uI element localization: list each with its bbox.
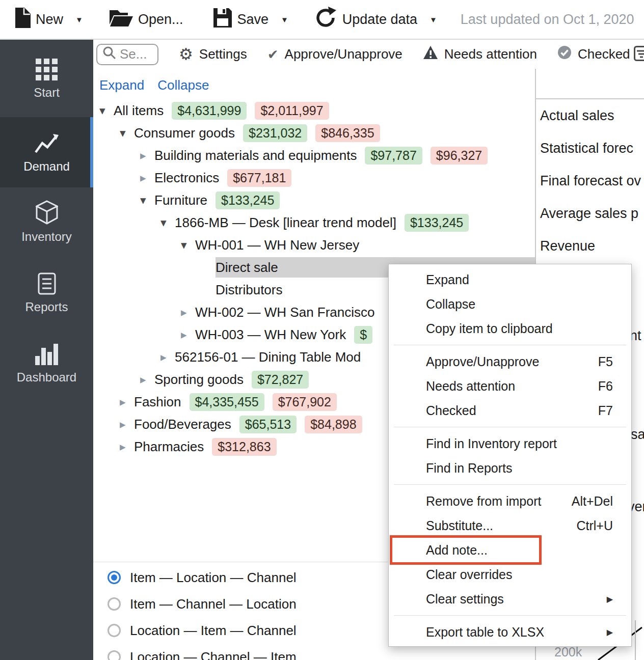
value-badge-pink: $312,863 (212, 438, 276, 456)
radio-unselected-icon[interactable] (108, 597, 121, 611)
table-row-statistical-forecast[interactable]: Statistical forec (536, 132, 644, 164)
update-data-button[interactable]: Update data ▼ (315, 7, 437, 33)
menu-item-clear-overrides[interactable]: Clear overrides (389, 562, 631, 587)
chevron-right-icon[interactable] (120, 419, 134, 430)
tree-row-consumer-goods[interactable]: Consumer goods $231,032 $846,335 (93, 122, 535, 144)
radio-selected-icon[interactable] (108, 571, 121, 584)
tree-row-label: Fashion (134, 394, 181, 410)
value-badge-green: $133,245 (216, 191, 280, 209)
chevron-down-icon[interactable] (160, 217, 175, 229)
radio-label: Item — Channel — Location (130, 596, 297, 612)
submenu-arrow-icon: ▶ (607, 594, 613, 604)
table-row-final-forecast[interactable]: Final forecast ov (536, 164, 644, 197)
tree-row-label: Distributors (216, 282, 282, 298)
table-row-average-sales[interactable]: Average sales p (536, 197, 644, 230)
collapse-all-link[interactable]: Collapse (157, 77, 209, 93)
value-badge-green: $65,513 (239, 416, 297, 433)
table-row-actual-sales[interactable]: Actual sales (536, 99, 644, 132)
value-badge-pink: $96,327 (431, 147, 488, 164)
filter-icon[interactable] (634, 46, 644, 65)
row-label: Statistical forec (540, 141, 633, 156)
value-badge-pink: $767,902 (273, 393, 337, 411)
expand-all-link[interactable]: Expand (99, 77, 144, 93)
chevron-right-icon[interactable] (140, 150, 154, 161)
chevron-down-icon[interactable] (140, 195, 154, 206)
table-row-revenue[interactable]: Revenue (536, 230, 644, 262)
menu-item-label: Approve/Unapprove (426, 354, 539, 369)
radio-label: Location — Item — Channel (130, 623, 297, 639)
sidebar-item-inventory[interactable]: Inventory (0, 187, 93, 258)
tree-row-all-items[interactable]: All items $4,631,999 $2,011,997 (93, 99, 535, 122)
secondary-toolbar: ⚙ Settings ✔ Approve/Unapprove Needs att… (93, 40, 644, 69)
tree-row-desk-item[interactable]: 1866-MB — Desk [linear trend model] $133… (93, 211, 535, 234)
menu-shortcut: F5 (598, 354, 613, 369)
menu-item-add-note[interactable]: Add note... (389, 538, 631, 562)
chevron-right-icon[interactable] (160, 351, 175, 363)
tree-row-label: Sporting goods (154, 372, 244, 388)
last-updated-text: Last updated on Oct 1, 2020 (461, 12, 634, 28)
menu-item-expand[interactable]: Expand (389, 267, 631, 292)
tree-row-label: WH-003 — WH New York (195, 327, 346, 343)
new-button[interactable]: New ▼ (14, 8, 83, 32)
menu-item-clear-settings[interactable]: Clear settings ▶ (389, 587, 631, 611)
sidebar-item-dashboard[interactable]: Dashboard (0, 328, 93, 398)
needs-attention-label: Needs attention (444, 46, 537, 62)
chevron-down-icon[interactable] (181, 239, 195, 251)
chevron-right-icon[interactable] (140, 172, 154, 184)
menu-item-needs-attention[interactable]: Needs attention F6 (389, 374, 631, 398)
chevron-right-icon[interactable] (120, 396, 134, 408)
tree-row-label: 562156-01 — Dining Table Mod (175, 349, 361, 365)
chevron-down-icon[interactable] (99, 105, 114, 117)
submenu-arrow-icon: ▶ (607, 627, 613, 637)
context-menu: Expand Collapse Copy item to clipboard A… (388, 264, 632, 647)
value-badge-pink: $2,011,997 (255, 102, 329, 120)
checked-button[interactable]: Checked (557, 45, 630, 63)
open-button[interactable]: Open... (110, 9, 183, 30)
approve-unapprove-button[interactable]: ✔ Approve/Unapprove (267, 46, 403, 62)
sidebar-item-label: Inventory (21, 230, 72, 244)
row-label: Revenue (540, 238, 595, 254)
menu-item-approve-unapprove[interactable]: Approve/Unapprove F5 (389, 349, 631, 374)
search-icon (102, 46, 116, 63)
tree-row-label: Building materials and equipments (154, 148, 357, 163)
line-chart-icon (35, 131, 59, 154)
menu-item-collapse[interactable]: Collapse (389, 292, 631, 316)
sidebar-item-reports[interactable]: Reports (0, 258, 93, 328)
search-input[interactable] (120, 46, 150, 62)
radio-unselected-icon[interactable] (108, 624, 121, 637)
chevron-right-icon[interactable] (181, 307, 195, 318)
save-button[interactable]: Save ▼ (213, 8, 288, 31)
sidebar-item-label: Start (34, 86, 60, 100)
chevron-down-icon[interactable] (120, 127, 134, 139)
tree-row-wh-001[interactable]: WH-001 — WH New Jersey (93, 234, 535, 256)
menu-item-find-in-inventory-report[interactable]: Find in Inventory report (389, 431, 631, 456)
chart-axis-label: 200k (554, 645, 582, 659)
needs-attention-button[interactable]: Needs attention (423, 45, 537, 63)
sidebar-item-start[interactable]: Start (0, 40, 93, 117)
save-dropdown-caret-icon[interactable]: ▼ (281, 15, 288, 24)
tree-row-building-materials[interactable]: Building materials and equipments $97,78… (93, 144, 535, 167)
menu-item-remove-from-import[interactable]: Remove from import Alt+Del (389, 489, 631, 513)
settings-label: Settings (199, 46, 247, 62)
tree-row-electronics[interactable]: Electronics $677,181 (93, 167, 535, 189)
settings-button[interactable]: ⚙ Settings (179, 46, 247, 62)
menu-item-substitute[interactable]: Substitute... Ctrl+U (389, 513, 631, 538)
update-dropdown-caret-icon[interactable]: ▼ (430, 15, 437, 24)
chevron-right-icon[interactable] (120, 441, 134, 453)
scrollbar-track[interactable] (635, 620, 636, 660)
chevron-right-icon[interactable] (181, 329, 195, 341)
menu-shortcut: Alt+Del (572, 494, 613, 509)
sidebar-item-demand[interactable]: Demand (0, 117, 93, 187)
chevron-right-icon[interactable] (140, 374, 154, 386)
new-dropdown-caret-icon[interactable]: ▼ (75, 15, 83, 24)
menu-item-export-table-xlsx[interactable]: Export table to XLSX ▶ (389, 620, 631, 644)
menu-item-find-in-reports[interactable]: Find in Reports (389, 456, 631, 480)
menu-item-checked[interactable]: Checked F7 (389, 398, 631, 423)
radio-unselected-icon[interactable] (108, 650, 121, 660)
search-box[interactable] (96, 44, 158, 65)
tree-row-furniture[interactable]: Furniture $133,245 (93, 189, 535, 211)
clipped-row-text: sa (631, 427, 644, 443)
tree-row-label: WH-002 — WH San Francisco (195, 305, 375, 320)
menu-item-copy-to-clipboard[interactable]: Copy item to clipboard (389, 316, 631, 341)
value-badge-pink: $84,898 (305, 416, 362, 433)
